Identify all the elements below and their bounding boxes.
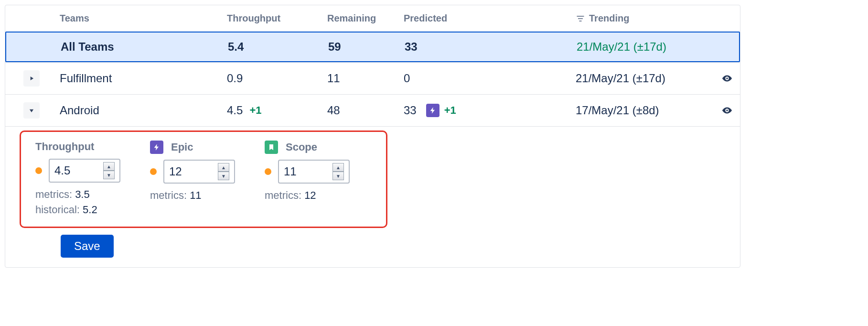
epic-icon xyxy=(150,141,163,154)
throughput-metrics-value: 3.5 xyxy=(75,188,90,200)
cell-android-throughput-delta: +1 xyxy=(249,104,261,117)
cell-fulfillment-throughput: 0.9 xyxy=(225,69,325,88)
visibility-toggle-fulfillment[interactable] xyxy=(719,70,735,87)
scope-step-down[interactable]: ▼ xyxy=(332,172,344,180)
header-actions-spacer xyxy=(717,16,746,22)
cell-fulfillment-name: Fulfillment xyxy=(58,69,225,88)
epic-label: Epic xyxy=(171,141,193,153)
bookmark-icon xyxy=(265,141,278,154)
cell-all-actions-spacer xyxy=(718,44,747,50)
cell-android-predicted-value: 33 xyxy=(404,104,417,117)
throughput-step-down[interactable]: ▼ xyxy=(103,171,115,179)
metrics-prefix: metrics: xyxy=(35,188,75,200)
cell-android-remaining: 48 xyxy=(325,101,402,120)
cell-all-throughput: 5.4 xyxy=(226,37,326,56)
modified-dot-icon xyxy=(265,168,271,175)
epic-input-value: 12 xyxy=(169,165,182,178)
throughput-label: Throughput xyxy=(35,141,145,153)
historical-prefix: historical: xyxy=(35,204,83,216)
throughput-input[interactable]: 4.5 ▲ ▼ xyxy=(49,159,120,183)
scope-metrics: metrics: 12 xyxy=(265,189,375,202)
metrics-prefix: metrics: xyxy=(265,189,304,201)
scope-label: Scope xyxy=(286,141,317,153)
eye-icon xyxy=(722,104,732,117)
chevron-down-icon xyxy=(28,107,35,114)
visibility-toggle-android[interactable] xyxy=(719,102,735,119)
expand-button-fulfillment[interactable] xyxy=(23,70,40,87)
throughput-historical-value: 5.2 xyxy=(83,204,97,216)
throughput-step-up[interactable]: ▲ xyxy=(103,162,115,171)
cell-fulfillment-trending: 21/May/21 (±17d) xyxy=(574,69,717,88)
epic-metrics: metrics: 11 xyxy=(150,189,260,202)
epic-input[interactable]: 12 ▲ ▼ xyxy=(163,160,235,184)
metrics-prefix: metrics: xyxy=(150,189,190,201)
chevron-right-icon xyxy=(28,75,35,82)
cell-android-predicted: 33 +1 xyxy=(402,101,574,120)
row-android[interactable]: Android 4.5 +1 48 33 +1 17/May/21 (±8d) xyxy=(5,94,740,126)
trending-sort-icon xyxy=(576,14,585,23)
save-button[interactable]: Save xyxy=(61,235,114,258)
cell-fulfillment-predicted: 0 xyxy=(402,69,574,88)
scope-input[interactable]: 11 ▲ ▼ xyxy=(278,160,350,184)
epic-step-down[interactable]: ▼ xyxy=(218,172,229,180)
row-all-expand-spacer xyxy=(6,44,59,50)
cell-fulfillment-remaining: 11 xyxy=(325,69,402,88)
header-expand-spacer xyxy=(5,16,58,22)
epic-step-up[interactable]: ▲ xyxy=(218,163,229,172)
row-all-teams[interactable]: All Teams 5.4 59 33 21/May/21 (±17d) xyxy=(5,32,740,62)
header-teams: Teams xyxy=(58,10,225,27)
cell-android-predicted-delta: +1 xyxy=(444,104,456,117)
cell-android-name: Android xyxy=(58,101,225,120)
scope-step-up[interactable]: ▲ xyxy=(332,163,344,172)
android-editor-section: Throughput 4.5 ▲ ▼ metrics: 3.5 xyxy=(5,126,740,267)
epic-editor: Epic 12 ▲ ▼ metrics: 11 xyxy=(150,141,260,216)
forecast-table: Teams Throughput Remaining Predicted Tre… xyxy=(5,5,740,268)
header-trending-label: Trending xyxy=(589,13,629,24)
header-predicted: Predicted xyxy=(402,10,574,27)
throughput-input-value: 4.5 xyxy=(54,164,70,177)
scope-input-value: 11 xyxy=(284,165,297,178)
header-throughput: Throughput xyxy=(225,10,325,27)
expand-button-android[interactable] xyxy=(23,102,40,119)
cell-android-throughput-value: 4.5 xyxy=(227,104,243,117)
editor-panel: Throughput 4.5 ▲ ▼ metrics: 3.5 xyxy=(20,130,387,228)
row-fulfillment[interactable]: Fulfillment 0.9 11 0 21/May/21 (±17d) xyxy=(5,62,740,94)
cell-all-remaining: 59 xyxy=(326,37,403,56)
cell-android-throughput: 4.5 +1 xyxy=(225,101,325,120)
cell-all-name: All Teams xyxy=(59,37,226,56)
scope-metrics-value: 12 xyxy=(304,189,316,201)
epic-metrics-value: 11 xyxy=(190,189,201,201)
throughput-editor: Throughput 4.5 ▲ ▼ metrics: 3.5 xyxy=(35,141,145,216)
table-header-row: Teams Throughput Remaining Predicted Tre… xyxy=(5,5,740,32)
epic-icon xyxy=(426,104,439,117)
throughput-metrics: metrics: 3.5 xyxy=(35,188,145,201)
cell-all-trending: 21/May/21 (±17d) xyxy=(575,37,718,56)
throughput-historical: historical: 5.2 xyxy=(35,204,145,216)
cell-android-trending: 17/May/21 (±8d) xyxy=(574,101,717,120)
header-remaining: Remaining xyxy=(325,10,402,27)
eye-icon xyxy=(722,72,732,85)
modified-dot-icon xyxy=(150,168,157,175)
scope-editor: Scope 11 ▲ ▼ metrics: 12 xyxy=(265,141,375,216)
header-trending: Trending xyxy=(574,10,717,27)
modified-dot-icon xyxy=(35,167,42,174)
cell-all-predicted: 33 xyxy=(403,37,575,56)
